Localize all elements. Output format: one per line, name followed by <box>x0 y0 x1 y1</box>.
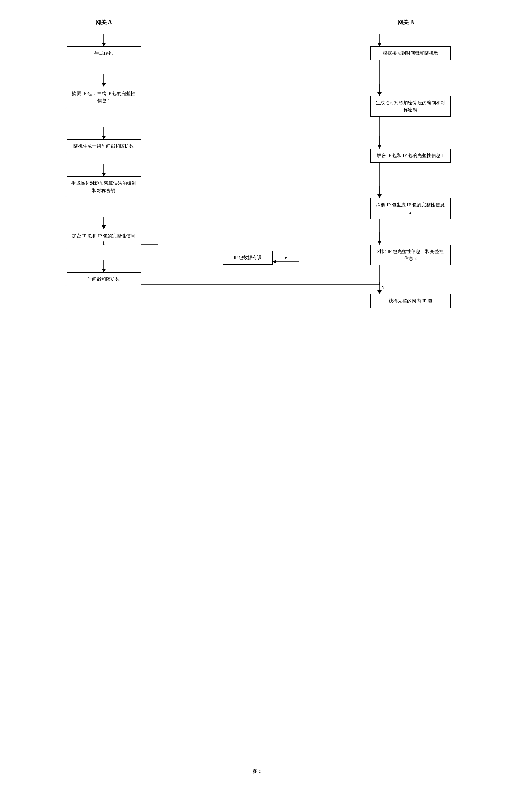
gateway-a-step4-box: 生成临时对称加密算法法的编制和对称密钥 <box>66 176 141 197</box>
gateway-b-label: 网关 B <box>362 19 449 26</box>
svg-marker-3 <box>102 83 106 87</box>
svg-marker-9 <box>102 225 106 229</box>
gateway-b-step4-box: 摘要 IP 包生成 IP 包的完整性信息 2 <box>370 198 451 219</box>
error-box: IP 包数据有误 <box>223 251 273 265</box>
svg-marker-13 <box>377 43 382 47</box>
svg-marker-7 <box>102 173 106 176</box>
svg-marker-5 <box>102 136 106 139</box>
gateway-b-step6-box: 获得完整的网内 IP 包 <box>370 294 451 308</box>
gateway-a-step6-box: 时间戳和随机数 <box>66 272 141 286</box>
gateway-a-label: 网关 A <box>65 19 142 26</box>
svg-marker-15 <box>377 92 382 96</box>
gateway-b-step2-box: 生成临时对称加密算法的编制和对称密钥 <box>370 96 451 117</box>
gateway-a-step5-box: 加密 IP 包和 IP 包的完整性信息 1 <box>66 229 141 250</box>
svg-marker-23 <box>377 290 382 294</box>
svg-marker-30 <box>273 259 276 264</box>
gateway-a-step1-box: 生成IP包 <box>66 47 141 60</box>
gateway-b-step5-box: 对比 IP 包完整性信息 1 和完整性信息 2 <box>370 244 451 265</box>
figure-caption: 图 3 <box>252 768 262 775</box>
svg-text:n: n <box>285 255 288 260</box>
svg-marker-17 <box>377 145 382 149</box>
svg-marker-11 <box>102 269 106 272</box>
gateway-b-step1-box: 根据接收到时间戳和随机数 <box>370 47 451 60</box>
gateway-a-step2-box: 摘要 IP 包，生成 IP 包的完整性信息 1 <box>66 87 141 108</box>
svg-text:y: y <box>382 285 384 289</box>
gateway-b-step3-box: 解密 IP 包和 IP 包的完整性信息 1 <box>370 149 451 163</box>
svg-marker-1 <box>102 43 106 47</box>
svg-marker-21 <box>377 241 382 244</box>
svg-marker-19 <box>377 195 382 198</box>
gateway-a-step3-box: 随机生成一组时间戳和随机数 <box>66 139 141 153</box>
